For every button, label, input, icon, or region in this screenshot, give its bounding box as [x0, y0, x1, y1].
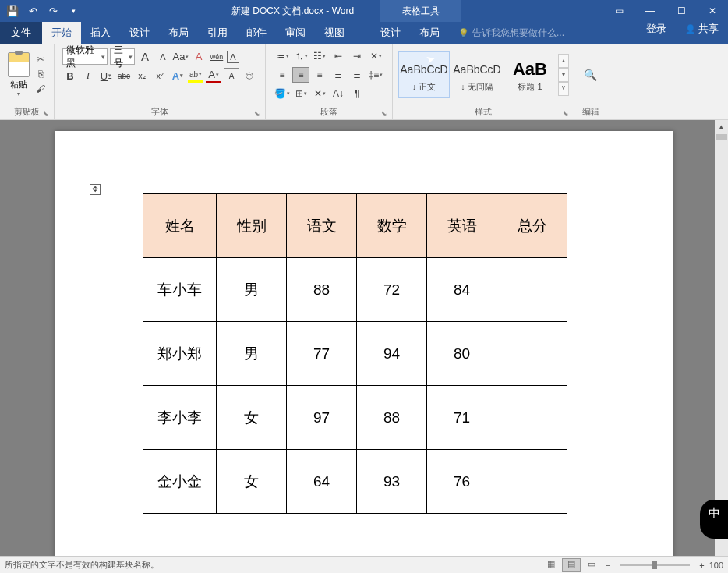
sort-button[interactable]: A↓	[330, 86, 347, 101]
text-direction-button[interactable]: ✕	[367, 48, 384, 64]
style-heading1[interactable]: AaB 标题 1	[504, 51, 556, 98]
enclose-char-button[interactable]: ㊥	[242, 68, 257, 83]
format-painter-icon[interactable]: 🖌	[34, 83, 48, 96]
close-icon[interactable]: ✕	[697, 0, 728, 22]
cell[interactable]	[497, 386, 567, 450]
font-color-button[interactable]: A	[206, 68, 221, 83]
asian-layout-button[interactable]: ✕	[311, 86, 328, 101]
align-center-button[interactable]: ≡	[292, 67, 309, 83]
tab-view[interactable]: 视图	[315, 22, 354, 44]
page[interactable]: ✥ 姓名 性别 语文 数学 英语 总分 车小车 男 88 72 84 郑小郑 男	[55, 131, 673, 556]
cell[interactable]: 88	[287, 258, 357, 322]
minimize-icon[interactable]: —	[634, 0, 666, 22]
tab-layout[interactable]: 布局	[159, 22, 198, 44]
ribbon-options-icon[interactable]: ▭	[603, 0, 634, 22]
zoom-slider[interactable]	[620, 564, 690, 566]
cell[interactable]: 88	[357, 386, 427, 450]
highlight-button[interactable]: ab	[188, 68, 203, 83]
find-icon[interactable]: 🔍	[584, 67, 597, 83]
cell[interactable]: 女	[217, 450, 287, 514]
char-border-button[interactable]: A	[227, 51, 239, 63]
header-math[interactable]: 数学	[357, 194, 427, 258]
font-name-combo[interactable]: 微软雅黑	[62, 48, 108, 65]
cell[interactable]: 84	[427, 258, 497, 322]
show-marks-button[interactable]: ¶	[348, 86, 366, 101]
tab-design[interactable]: 设计	[120, 22, 159, 44]
cell[interactable]: 76	[427, 450, 497, 514]
login-button[interactable]: 登录	[637, 22, 676, 36]
zoom-out-icon[interactable]: −	[603, 561, 613, 570]
borders-button[interactable]: ⊞	[292, 86, 309, 101]
cell[interactable]: 77	[287, 322, 357, 386]
subscript-button[interactable]: x₂	[134, 68, 150, 83]
cell[interactable]: 71	[427, 386, 497, 450]
header-total[interactable]: 总分	[497, 194, 567, 258]
char-shading-button[interactable]: A	[224, 68, 239, 83]
align-left-button[interactable]: ≡	[274, 67, 291, 83]
scroll-up-icon[interactable]: ▴	[715, 120, 728, 133]
header-chinese[interactable]: 语文	[287, 194, 357, 258]
cell[interactable]: 男	[217, 258, 287, 322]
cell[interactable]: 金小金	[143, 450, 217, 514]
style-normal[interactable]: AaBbCcD ↓ 正文	[398, 51, 450, 98]
bold-button[interactable]: B	[62, 68, 78, 83]
header-gender[interactable]: 性别	[217, 194, 287, 258]
cell[interactable]: 车小车	[143, 258, 217, 322]
copy-icon[interactable]: ⎘	[34, 69, 48, 81]
tab-table-design[interactable]: 设计	[371, 22, 410, 44]
paste-button[interactable]: 粘贴 ▾	[6, 52, 30, 97]
cell[interactable]: 郑小郑	[143, 322, 217, 386]
cell[interactable]: 93	[357, 450, 427, 514]
vertical-scrollbar[interactable]: ▴	[715, 120, 728, 556]
styles-more-icon[interactable]: ⊻	[558, 82, 569, 96]
table-move-handle-icon[interactable]: ✥	[90, 184, 101, 195]
strike-button[interactable]: abc	[116, 68, 132, 83]
cell[interactable]	[497, 258, 567, 322]
grow-font-button[interactable]: A	[137, 49, 153, 65]
cell[interactable]: 72	[357, 258, 427, 322]
data-table[interactable]: 姓名 性别 语文 数学 英语 总分 车小车 男 88 72 84 郑小郑 男 7…	[143, 193, 567, 514]
italic-button[interactable]: I	[80, 68, 96, 83]
styles-down-icon[interactable]: ▾	[558, 68, 569, 82]
cell[interactable]	[497, 450, 567, 514]
tab-mailings[interactable]: 邮件	[237, 22, 276, 44]
redo-icon[interactable]: ↷	[44, 2, 62, 20]
view-print-icon[interactable]: ▤	[562, 558, 581, 572]
header-name[interactable]: 姓名	[143, 194, 217, 258]
styles-launcher-icon[interactable]: ⬊	[563, 110, 569, 118]
phonetic-button[interactable]: wén	[209, 49, 224, 65]
tab-references[interactable]: 引用	[198, 22, 237, 44]
styles-up-icon[interactable]: ▴	[558, 54, 569, 68]
bullets-button[interactable]: ≔	[274, 48, 291, 64]
cell[interactable]: 97	[287, 386, 357, 450]
tab-file[interactable]: 文件	[0, 22, 42, 44]
clear-format-button[interactable]: A	[191, 49, 207, 65]
font-size-combo[interactable]: 三号	[110, 48, 135, 65]
cell[interactable]	[497, 322, 567, 386]
share-button[interactable]: 共享	[676, 22, 728, 36]
tab-review[interactable]: 审阅	[276, 22, 315, 44]
distribute-button[interactable]: ≣	[348, 67, 366, 83]
tab-home[interactable]: 开始	[42, 22, 81, 44]
cell[interactable]: 男	[217, 322, 287, 386]
text-effects-button[interactable]: A	[170, 68, 186, 83]
shading-button[interactable]: 🪣	[274, 86, 291, 101]
zoom-in-icon[interactable]: +	[696, 561, 707, 570]
cell[interactable]: 80	[427, 322, 497, 386]
maximize-icon[interactable]: ☐	[666, 0, 697, 22]
increase-indent-button[interactable]: ⇥	[348, 48, 366, 64]
superscript-button[interactable]: x²	[152, 68, 168, 83]
underline-button[interactable]: U	[98, 68, 114, 83]
line-spacing-button[interactable]: ‡≡	[367, 67, 384, 83]
qat-dropdown-icon[interactable]: ▾	[64, 2, 83, 20]
tab-table-layout[interactable]: 布局	[410, 22, 449, 44]
scroll-thumb locadquirir[interactable]	[716, 134, 727, 140]
cut-icon[interactable]: ✂	[34, 54, 48, 66]
view-read-icon[interactable]: ▦	[542, 558, 560, 572]
undo-icon[interactable]: ↶	[23, 2, 42, 20]
cell[interactable]: 94	[357, 322, 427, 386]
zoom-thumb[interactable]	[652, 561, 657, 569]
ime-badge[interactable]: 中	[700, 500, 728, 539]
clipboard-launcher-icon[interactable]: ⬊	[43, 110, 49, 118]
tab-insert[interactable]: 插入	[81, 22, 120, 44]
